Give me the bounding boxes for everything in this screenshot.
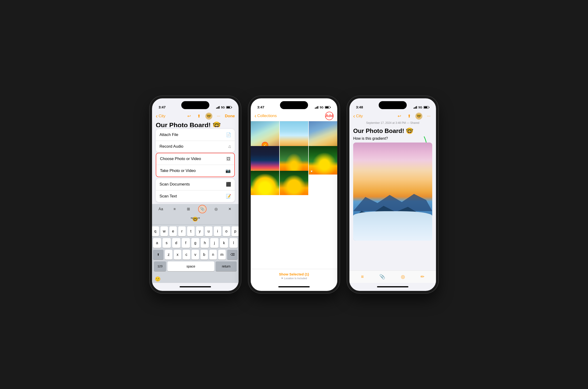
scan-docs-label: Scan Documents bbox=[159, 182, 190, 187]
keyboard-bottom-1: 🙂 bbox=[152, 275, 239, 283]
key-v[interactable]: v bbox=[191, 250, 199, 259]
key-h[interactable]: h bbox=[201, 238, 209, 248]
avatar-1[interactable]: 🤓 bbox=[205, 113, 212, 120]
key-row-4: 123 space return bbox=[153, 261, 238, 271]
key-k[interactable]: k bbox=[220, 238, 228, 248]
more-icon-1[interactable]: ··· bbox=[215, 113, 222, 120]
back-label-1: City bbox=[159, 114, 165, 118]
key-return[interactable]: return bbox=[216, 261, 237, 271]
key-y[interactable]: y bbox=[196, 227, 203, 236]
back-button-3[interactable]: City bbox=[353, 113, 363, 119]
undo-icon-1[interactable]: ↩ bbox=[186, 113, 193, 120]
photo-cell-8[interactable] bbox=[280, 171, 308, 195]
undo-icon-3[interactable]: ↩ bbox=[396, 113, 403, 120]
key-s[interactable]: s bbox=[163, 238, 171, 248]
key-row-3: ⬆ z x c v b n m ⌫ bbox=[153, 250, 238, 259]
share-icon-1[interactable]: ⬆ bbox=[195, 113, 203, 120]
status-time-2: 3:47 bbox=[257, 105, 264, 109]
scan-text-icon: 📝 bbox=[226, 194, 231, 199]
photo-cell-5[interactable] bbox=[280, 146, 308, 174]
collections-back-button[interactable]: Collections bbox=[255, 113, 277, 119]
emoji-keyboard-icon-1[interactable]: 🙂 bbox=[155, 276, 161, 282]
attach-file-icon: 📄 bbox=[226, 132, 231, 137]
location-info: ➤ Location Is Included bbox=[281, 277, 307, 280]
battery-1 bbox=[226, 106, 232, 109]
dynamic-island-3 bbox=[379, 101, 407, 109]
home-indicator-1 bbox=[152, 283, 239, 291]
key-backspace[interactable]: ⌫ bbox=[227, 250, 238, 259]
picker-empty-space bbox=[251, 195, 337, 269]
choose-photo-item[interactable]: Choose Photo or Video 🖼 bbox=[156, 153, 234, 165]
toolbar-aa-btn[interactable]: Aa bbox=[157, 205, 165, 213]
attach-icon-3[interactable]: 📎 bbox=[379, 274, 385, 279]
key-e[interactable]: e bbox=[169, 227, 177, 236]
toolbar-table-btn[interactable]: ⊞ bbox=[184, 205, 193, 213]
heart-icon-6: ♥ bbox=[311, 169, 312, 173]
key-q[interactable]: q bbox=[151, 227, 159, 236]
phone-3: 3:48 5G City ↩ ⬆ 🤓 bbox=[347, 96, 438, 293]
key-d[interactable]: d bbox=[172, 238, 180, 248]
toolbar-close-btn[interactable]: ✕ bbox=[226, 205, 234, 213]
note-content-1: Our Photo Board! 🤓 bbox=[152, 121, 239, 127]
status-right-2: 5G bbox=[315, 106, 331, 109]
key-m[interactable]: m bbox=[218, 250, 226, 259]
more-icon-3[interactable]: ··· bbox=[425, 113, 432, 120]
key-r[interactable]: r bbox=[178, 227, 186, 236]
key-a[interactable]: a bbox=[153, 238, 161, 248]
network-type-1: 5G bbox=[221, 106, 225, 109]
show-selected-btn[interactable]: Show Selected (1) bbox=[279, 272, 309, 276]
key-p[interactable]: p bbox=[232, 227, 239, 236]
take-photo-item[interactable]: Take Photo or Video 📷 bbox=[156, 165, 234, 177]
photo-cell-3[interactable]: ♥ bbox=[309, 121, 337, 150]
key-i[interactable]: i bbox=[214, 227, 221, 236]
key-z[interactable]: z bbox=[165, 250, 172, 259]
attach-file-item[interactable]: Attach File 📄 bbox=[156, 129, 235, 141]
record-audio-item[interactable]: Record Audio ♫ bbox=[156, 141, 235, 152]
photo-cell-2[interactable] bbox=[280, 121, 308, 150]
toolbar-attach-btn[interactable]: 📎 bbox=[198, 205, 207, 213]
signal-bars-1 bbox=[216, 106, 220, 109]
key-c[interactable]: c bbox=[183, 250, 190, 259]
compose-icon-3[interactable]: ✏ bbox=[421, 274, 425, 279]
add-button[interactable]: Add bbox=[325, 112, 333, 120]
bottom-row: Show Selected (1) bbox=[279, 272, 309, 276]
key-123[interactable]: 123 bbox=[154, 261, 166, 271]
key-f[interactable]: f bbox=[182, 238, 190, 248]
nav-bar-3: City ↩ ⬆ 🤓 ··· bbox=[349, 111, 436, 121]
key-x[interactable]: x bbox=[174, 250, 181, 259]
scan-docs-item[interactable]: Scan Documents ⬛ bbox=[156, 178, 235, 191]
status-time-3: 3:48 bbox=[356, 105, 363, 109]
key-t[interactable]: t bbox=[187, 227, 195, 236]
share-icon-3[interactable]: ⬆ bbox=[405, 113, 413, 120]
key-b[interactable]: b bbox=[200, 250, 208, 259]
key-u[interactable]: u bbox=[205, 227, 212, 236]
key-w[interactable]: w bbox=[160, 227, 168, 236]
key-o[interactable]: o bbox=[223, 227, 230, 236]
key-l[interactable]: l bbox=[229, 238, 238, 248]
photo-cell-7[interactable]: ♥ bbox=[251, 171, 279, 195]
highlighted-menu-group: Choose Photo or Video 🖼 Take Photo or Vi… bbox=[156, 153, 235, 177]
photo-cell-6[interactable]: ♥ bbox=[309, 146, 337, 174]
photo-cell-4[interactable]: ♥ bbox=[251, 146, 279, 174]
search-icon-3[interactable]: ◎ bbox=[401, 274, 405, 279]
action-menu-1: Attach File 📄 Record Audio ♫ bbox=[156, 129, 235, 152]
avatar-3[interactable]: 🤓 bbox=[415, 113, 422, 120]
back-button-1[interactable]: City bbox=[156, 113, 165, 119]
key-g[interactable]: g bbox=[191, 238, 199, 248]
nav-actions-3: ↩ ⬆ 🤓 ··· bbox=[396, 113, 432, 120]
toolbar-search-btn[interactable]: ◎ bbox=[212, 205, 220, 213]
battery-2 bbox=[325, 106, 331, 109]
photo-cell-1[interactable]: ♥ ✓ bbox=[251, 121, 279, 150]
key-n[interactable]: n bbox=[209, 250, 217, 259]
key-space[interactable]: space bbox=[167, 261, 214, 271]
scan-text-item[interactable]: Scan Text 📝 bbox=[156, 191, 235, 202]
question-row: How is this gradient? bbox=[353, 136, 432, 141]
home-indicator-3 bbox=[349, 283, 436, 291]
key-shift[interactable]: ⬆ bbox=[153, 250, 163, 259]
key-j[interactable]: j bbox=[210, 238, 219, 248]
toolbar-list-btn[interactable]: ≡ bbox=[171, 205, 179, 213]
note-title-3: Our Photo Board! 🤓 bbox=[353, 127, 432, 134]
format-icon-3[interactable]: ≡ bbox=[361, 274, 364, 279]
done-button-1[interactable]: Done bbox=[225, 114, 235, 118]
home-bar-2 bbox=[278, 286, 310, 287]
